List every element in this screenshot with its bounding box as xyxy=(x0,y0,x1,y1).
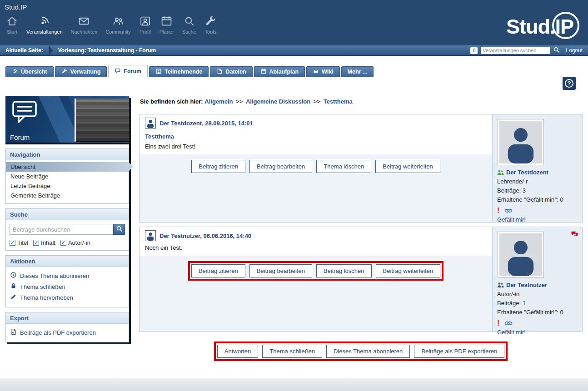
post-author-link[interactable]: Der Testnutzer, 06.06.2016, 14:40 xyxy=(159,233,251,239)
nav-item-start[interactable]: Start xyxy=(2,15,22,35)
titel-checkbox[interactable] xyxy=(10,240,15,246)
nav-label: Planer xyxy=(159,29,174,35)
search-filter-row: Titel Inhalt Autor/-in xyxy=(6,237,129,250)
like-link[interactable]: Gefällt mir! xyxy=(497,216,526,223)
main-header: Stud.IP Start Veranstaltungen Nachrichte… xyxy=(0,0,588,45)
action-close-topic[interactable]: Thema schließen xyxy=(6,281,129,292)
logout-link[interactable]: Logout xyxy=(566,47,583,54)
main-nav: Start Veranstaltungen Nachrichten Commun… xyxy=(2,15,221,35)
help-button[interactable]: ? xyxy=(563,77,576,90)
breadcrumb-link-testthema[interactable]: Testthema xyxy=(324,98,353,105)
current-page-label: Aktuelle Seite: xyxy=(5,47,43,54)
subscribe-topic-button[interactable]: Dieses Thema abonnieren xyxy=(326,345,410,358)
post-footer: Beitrag zitieren Beitrag bearbeiten Them… xyxy=(140,154,492,222)
tab-label: Forum xyxy=(124,68,141,74)
author-role: Lehrende/-r xyxy=(497,177,578,186)
nav-item-suche[interactable]: Suche xyxy=(178,15,200,35)
forum-banner: Forum xyxy=(5,96,129,144)
search-icon xyxy=(553,46,560,54)
nav-item-community[interactable]: Community xyxy=(101,15,135,35)
export-pdf-item[interactable]: Beiträge als PDF exportieren xyxy=(6,327,129,338)
actions-box: Aktionen Dieses Thema abonnieren Thema s… xyxy=(5,255,129,307)
forum-icon xyxy=(115,68,121,75)
course-search-input[interactable] xyxy=(481,47,550,54)
author-name-link[interactable]: Der Testdozent xyxy=(506,169,548,176)
autor-checkbox-label[interactable]: Autor/-in xyxy=(68,239,90,246)
action-label: Dieses Thema abonnieren xyxy=(20,272,89,279)
tab-teilnehmende[interactable]: Teilnehmende xyxy=(149,66,209,77)
search-box: Suche Titel Inhalt Autor/-in xyxy=(5,208,129,251)
tab-forum[interactable]: Forum xyxy=(108,65,148,77)
tab-dateien[interactable]: Dateien xyxy=(210,66,252,77)
report-icon[interactable] xyxy=(497,320,499,327)
delete-post-button[interactable]: Beitrag löschen xyxy=(316,264,372,277)
titel-checkbox-label[interactable]: Titel xyxy=(17,239,28,246)
link-icon[interactable] xyxy=(504,208,513,213)
forum-post-1: Der Testdozent, 28.09.2015, 14:01 Testth… xyxy=(139,114,583,223)
action-label: Thema hervorheben xyxy=(20,294,73,301)
banner-title: Forum xyxy=(10,134,30,141)
like-link[interactable]: Gefällt mir! xyxy=(497,329,526,336)
action-subscribe-topic[interactable]: Dieses Thema abonnieren xyxy=(6,270,129,281)
forward-post-button[interactable]: Beitrag weiterleiten xyxy=(376,264,441,277)
tab-verwaltung[interactable]: Verwaltung xyxy=(55,66,107,77)
admin-icon xyxy=(61,68,68,76)
nav-item-planer[interactable]: Planer xyxy=(155,15,178,35)
report-icon[interactable] xyxy=(497,207,499,214)
brand-text: Stud.IP xyxy=(5,3,27,11)
schedule-icon xyxy=(260,68,267,76)
nav-item-tools[interactable]: Tools xyxy=(200,15,221,35)
quote-post-button[interactable]: Beitrag zitieren xyxy=(191,160,245,173)
author-avatar-large[interactable] xyxy=(498,119,543,165)
link-icon[interactable] xyxy=(504,321,513,326)
forum-post-2: Der Testnutzer, 06.06.2016, 14:40 Noch e… xyxy=(139,227,583,332)
close-topic-button[interactable]: Thema schließen xyxy=(262,345,322,358)
sidebar-item-letzte-beitraege[interactable]: Letzte Beiträge xyxy=(6,181,129,191)
author-panel-icons xyxy=(497,207,578,215)
breadcrumb-link-allgemein[interactable]: Allgemein xyxy=(204,98,233,105)
post-search-button[interactable] xyxy=(113,224,125,235)
edit-post-button[interactable]: Beitrag bearbeiten xyxy=(249,160,312,173)
author-name-link[interactable]: Der Testnutzer xyxy=(506,282,547,288)
sidebar-item-gemerkte-beitraege[interactable]: Gemerkte Beiträge xyxy=(6,191,129,200)
quote-post-button[interactable]: Beitrag zitieren xyxy=(191,264,245,277)
export-box: Export Beiträge als PDF exportieren xyxy=(5,312,129,342)
nav-item-veranstaltungen[interactable]: Veranstaltungen xyxy=(22,15,67,35)
edit-post-button[interactable]: Beitrag bearbeiten xyxy=(249,264,312,277)
reply-button[interactable]: Antworten xyxy=(217,345,259,358)
author-avatar-small xyxy=(145,230,156,241)
course-search-button[interactable] xyxy=(553,46,560,54)
tab-label: Teilnehmende xyxy=(164,69,202,75)
tab-ablaufplan[interactable]: Ablaufplan xyxy=(254,66,305,77)
tab-uebersicht[interactable]: Übersicht xyxy=(5,66,54,77)
tab-wiki[interactable]: Wiki xyxy=(306,66,340,77)
post-author-link[interactable]: Der Testdozent, 28.09.2015, 14:01 xyxy=(159,120,253,127)
tab-mehr[interactable]: Mehr ... xyxy=(341,66,374,77)
lecture-hall-photo xyxy=(75,99,129,142)
post-search-input[interactable] xyxy=(10,224,113,235)
sidebar-item-neue-beitraege[interactable]: Neue Beiträge xyxy=(6,172,129,181)
inhalt-checkbox-label[interactable]: Inhalt xyxy=(41,239,55,246)
breadcrumb-link-allgemeine-diskussion[interactable]: Allgemeine Diskussion xyxy=(246,98,310,105)
author-avatar-large[interactable] xyxy=(498,232,543,277)
files-icon xyxy=(216,68,223,76)
export-pdf-button[interactable]: Beiträge als PDF exportieren xyxy=(414,345,504,358)
nav-label: Community xyxy=(105,29,131,35)
new-post-indicator-icon xyxy=(571,231,578,238)
wiki-icon xyxy=(313,68,319,76)
autor-checkbox[interactable] xyxy=(60,240,66,246)
author-panel: Der Testnutzer Autor/-in Beiträge: 1 Erh… xyxy=(492,227,582,332)
search-icon xyxy=(116,225,123,233)
nav-item-profil[interactable]: Profil xyxy=(135,15,155,35)
action-highlight-topic[interactable]: Thema hervorheben xyxy=(6,292,129,303)
delete-topic-button[interactable]: Thema löschen xyxy=(316,160,371,173)
author-likes-received: Erhaltene "Gefällt mir!": 0 xyxy=(497,195,578,204)
nav-item-nachrichten[interactable]: Nachrichten xyxy=(67,15,102,35)
sidebar-item-uebersicht[interactable]: Übersicht xyxy=(6,162,129,172)
inhalt-checkbox[interactable] xyxy=(33,240,39,246)
post-main: Der Testnutzer, 06.06.2016, 14:40 Noch e… xyxy=(140,227,492,332)
page-footer xyxy=(0,378,588,391)
tools-icon xyxy=(204,15,217,27)
forward-post-button[interactable]: Beitrag weiterleiten xyxy=(375,160,440,173)
highlight-box-post-buttons: Beitrag zitieren Beitrag bearbeiten Beit… xyxy=(188,261,443,281)
